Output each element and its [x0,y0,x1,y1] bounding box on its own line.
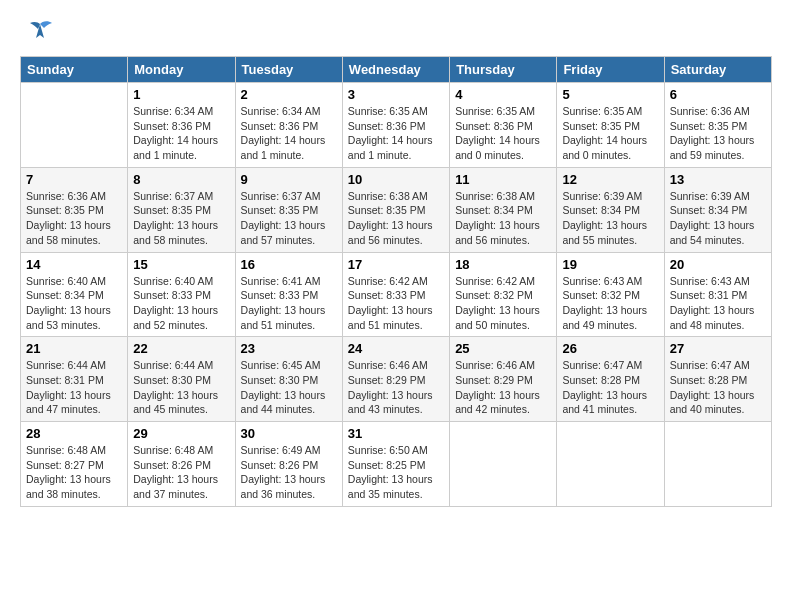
day-number: 14 [26,257,122,272]
day-info: Sunrise: 6:35 AMSunset: 8:35 PMDaylight:… [562,104,658,163]
calendar-cell: 6Sunrise: 6:36 AMSunset: 8:35 PMDaylight… [664,83,771,168]
day-info: Sunrise: 6:43 AMSunset: 8:32 PMDaylight:… [562,274,658,333]
logo [20,20,54,46]
calendar-cell: 28Sunrise: 6:48 AMSunset: 8:27 PMDayligh… [21,422,128,507]
calendar-cell: 22Sunrise: 6:44 AMSunset: 8:30 PMDayligh… [128,337,235,422]
day-number: 18 [455,257,551,272]
calendar-cell: 1Sunrise: 6:34 AMSunset: 8:36 PMDaylight… [128,83,235,168]
day-info: Sunrise: 6:40 AMSunset: 8:33 PMDaylight:… [133,274,229,333]
calendar-cell: 12Sunrise: 6:39 AMSunset: 8:34 PMDayligh… [557,167,664,252]
day-info: Sunrise: 6:48 AMSunset: 8:26 PMDaylight:… [133,443,229,502]
day-info: Sunrise: 6:40 AMSunset: 8:34 PMDaylight:… [26,274,122,333]
day-number: 2 [241,87,337,102]
day-info: Sunrise: 6:42 AMSunset: 8:33 PMDaylight:… [348,274,444,333]
calendar-week-row: 21Sunrise: 6:44 AMSunset: 8:31 PMDayligh… [21,337,772,422]
calendar-cell: 3Sunrise: 6:35 AMSunset: 8:36 PMDaylight… [342,83,449,168]
day-number: 29 [133,426,229,441]
calendar-cell: 29Sunrise: 6:48 AMSunset: 8:26 PMDayligh… [128,422,235,507]
calendar-day-header: Monday [128,57,235,83]
calendar-cell: 11Sunrise: 6:38 AMSunset: 8:34 PMDayligh… [450,167,557,252]
calendar-day-header: Wednesday [342,57,449,83]
calendar-cell: 26Sunrise: 6:47 AMSunset: 8:28 PMDayligh… [557,337,664,422]
calendar-table: SundayMondayTuesdayWednesdayThursdayFrid… [20,56,772,507]
calendar-cell: 27Sunrise: 6:47 AMSunset: 8:28 PMDayligh… [664,337,771,422]
day-number: 10 [348,172,444,187]
day-number: 25 [455,341,551,356]
day-info: Sunrise: 6:43 AMSunset: 8:31 PMDaylight:… [670,274,766,333]
day-number: 5 [562,87,658,102]
calendar-header-row: SundayMondayTuesdayWednesdayThursdayFrid… [21,57,772,83]
calendar-cell: 14Sunrise: 6:40 AMSunset: 8:34 PMDayligh… [21,252,128,337]
calendar-cell: 25Sunrise: 6:46 AMSunset: 8:29 PMDayligh… [450,337,557,422]
day-number: 21 [26,341,122,356]
calendar-day-header: Friday [557,57,664,83]
page-header [20,20,772,46]
day-number: 24 [348,341,444,356]
day-number: 7 [26,172,122,187]
day-info: Sunrise: 6:50 AMSunset: 8:25 PMDaylight:… [348,443,444,502]
day-info: Sunrise: 6:39 AMSunset: 8:34 PMDaylight:… [562,189,658,248]
day-info: Sunrise: 6:38 AMSunset: 8:35 PMDaylight:… [348,189,444,248]
day-info: Sunrise: 6:37 AMSunset: 8:35 PMDaylight:… [133,189,229,248]
day-number: 12 [562,172,658,187]
calendar-cell: 2Sunrise: 6:34 AMSunset: 8:36 PMDaylight… [235,83,342,168]
day-number: 8 [133,172,229,187]
day-number: 20 [670,257,766,272]
day-info: Sunrise: 6:45 AMSunset: 8:30 PMDaylight:… [241,358,337,417]
day-number: 11 [455,172,551,187]
day-info: Sunrise: 6:34 AMSunset: 8:36 PMDaylight:… [241,104,337,163]
day-number: 13 [670,172,766,187]
calendar-week-row: 7Sunrise: 6:36 AMSunset: 8:35 PMDaylight… [21,167,772,252]
day-number: 1 [133,87,229,102]
calendar-cell: 9Sunrise: 6:37 AMSunset: 8:35 PMDaylight… [235,167,342,252]
day-number: 27 [670,341,766,356]
day-info: Sunrise: 6:36 AMSunset: 8:35 PMDaylight:… [670,104,766,163]
calendar-cell: 15Sunrise: 6:40 AMSunset: 8:33 PMDayligh… [128,252,235,337]
day-number: 4 [455,87,551,102]
calendar-cell: 24Sunrise: 6:46 AMSunset: 8:29 PMDayligh… [342,337,449,422]
calendar-cell: 13Sunrise: 6:39 AMSunset: 8:34 PMDayligh… [664,167,771,252]
day-info: Sunrise: 6:49 AMSunset: 8:26 PMDaylight:… [241,443,337,502]
calendar-cell: 23Sunrise: 6:45 AMSunset: 8:30 PMDayligh… [235,337,342,422]
day-number: 6 [670,87,766,102]
day-info: Sunrise: 6:38 AMSunset: 8:34 PMDaylight:… [455,189,551,248]
calendar-cell: 5Sunrise: 6:35 AMSunset: 8:35 PMDaylight… [557,83,664,168]
day-info: Sunrise: 6:48 AMSunset: 8:27 PMDaylight:… [26,443,122,502]
calendar-cell: 31Sunrise: 6:50 AMSunset: 8:25 PMDayligh… [342,422,449,507]
calendar-cell: 16Sunrise: 6:41 AMSunset: 8:33 PMDayligh… [235,252,342,337]
day-number: 31 [348,426,444,441]
calendar-day-header: Tuesday [235,57,342,83]
calendar-cell [450,422,557,507]
day-info: Sunrise: 6:35 AMSunset: 8:36 PMDaylight:… [455,104,551,163]
day-info: Sunrise: 6:41 AMSunset: 8:33 PMDaylight:… [241,274,337,333]
calendar-cell [557,422,664,507]
day-number: 30 [241,426,337,441]
day-info: Sunrise: 6:35 AMSunset: 8:36 PMDaylight:… [348,104,444,163]
day-number: 28 [26,426,122,441]
calendar-cell [21,83,128,168]
calendar-day-header: Thursday [450,57,557,83]
day-number: 16 [241,257,337,272]
day-info: Sunrise: 6:36 AMSunset: 8:35 PMDaylight:… [26,189,122,248]
day-number: 22 [133,341,229,356]
calendar-cell: 10Sunrise: 6:38 AMSunset: 8:35 PMDayligh… [342,167,449,252]
day-number: 17 [348,257,444,272]
day-number: 23 [241,341,337,356]
calendar-cell: 4Sunrise: 6:35 AMSunset: 8:36 PMDaylight… [450,83,557,168]
day-number: 26 [562,341,658,356]
calendar-cell: 30Sunrise: 6:49 AMSunset: 8:26 PMDayligh… [235,422,342,507]
calendar-cell: 18Sunrise: 6:42 AMSunset: 8:32 PMDayligh… [450,252,557,337]
logo-bird-icon [26,20,54,46]
calendar-cell: 20Sunrise: 6:43 AMSunset: 8:31 PMDayligh… [664,252,771,337]
day-info: Sunrise: 6:37 AMSunset: 8:35 PMDaylight:… [241,189,337,248]
day-number: 15 [133,257,229,272]
day-info: Sunrise: 6:47 AMSunset: 8:28 PMDaylight:… [562,358,658,417]
day-info: Sunrise: 6:46 AMSunset: 8:29 PMDaylight:… [348,358,444,417]
calendar-cell: 17Sunrise: 6:42 AMSunset: 8:33 PMDayligh… [342,252,449,337]
day-number: 3 [348,87,444,102]
calendar-cell: 7Sunrise: 6:36 AMSunset: 8:35 PMDaylight… [21,167,128,252]
calendar-week-row: 28Sunrise: 6:48 AMSunset: 8:27 PMDayligh… [21,422,772,507]
calendar-cell [664,422,771,507]
day-info: Sunrise: 6:44 AMSunset: 8:30 PMDaylight:… [133,358,229,417]
calendar-cell: 19Sunrise: 6:43 AMSunset: 8:32 PMDayligh… [557,252,664,337]
